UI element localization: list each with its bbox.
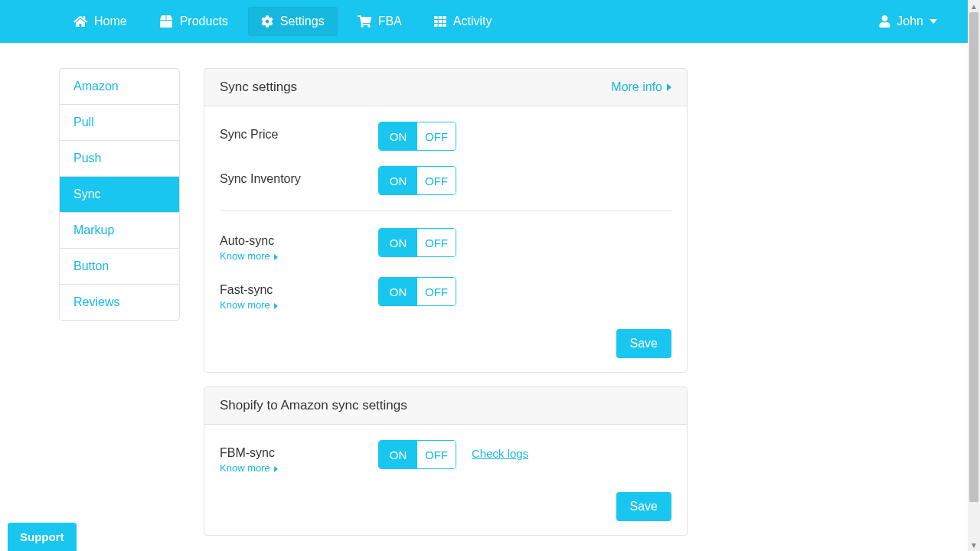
cart-icon	[358, 15, 371, 28]
user-name: John	[897, 15, 923, 28]
sidebar-item-reviews[interactable]: Reviews	[60, 285, 179, 320]
sidebar-item-sync[interactable]: Sync	[60, 177, 179, 213]
panel-shopify-amazon: Shopify to Amazon sync settings FBM-sync…	[204, 386, 688, 536]
save-button[interactable]: Save	[616, 329, 671, 358]
panel-body: Sync Price ON OFF Sync Inventory ON OFF	[204, 106, 687, 329]
top-nav: Home Products Settings FBA Activity	[0, 0, 968, 43]
sidebar: Amazon Pull Push Sync Markup Button Revi…	[59, 68, 180, 321]
panel-title: Shopify to Amazon sync settings	[220, 398, 407, 413]
nav-settings-label: Settings	[280, 15, 325, 28]
toggle-sync-price[interactable]: ON OFF	[378, 122, 456, 151]
toggle-fast-sync[interactable]: ON OFF	[378, 277, 456, 306]
panel-footer: Save	[204, 492, 687, 535]
nav-activity[interactable]: Activity	[422, 8, 505, 35]
label-sync-price: Sync Price	[220, 122, 378, 142]
panel-title: Sync settings	[220, 80, 297, 95]
check-logs-link[interactable]: Check logs	[472, 440, 528, 460]
nav-fba[interactable]: FBA	[345, 8, 414, 35]
list-icon	[434, 15, 446, 28]
divider	[220, 210, 671, 211]
sidebar-item-pull[interactable]: Pull	[60, 105, 179, 141]
toggle-auto-sync[interactable]: ON OFF	[378, 228, 456, 257]
know-more-auto-sync[interactable]: Know more	[220, 250, 378, 262]
label-fast-sync: Fast-sync Know more	[220, 277, 378, 311]
main-area: Amazon Pull Push Sync Markup Button Revi…	[0, 43, 968, 549]
label-fbm-sync: FBM-sync Know more	[220, 440, 378, 474]
know-more-fbm-sync[interactable]: Know more	[220, 462, 378, 474]
home-icon	[74, 15, 87, 28]
nav-home[interactable]: Home	[61, 8, 139, 35]
save-button[interactable]: Save	[616, 492, 671, 521]
toggle-fbm-sync[interactable]: ON OFF	[378, 440, 456, 469]
nav-fba-label: FBA	[378, 15, 402, 28]
caret-right-icon	[667, 83, 671, 91]
toggle-on[interactable]: ON	[379, 278, 417, 305]
panel-footer: Save	[204, 329, 687, 372]
nav-left: Home Products Settings FBA Activity	[61, 7, 511, 36]
user-menu[interactable]: John	[879, 15, 937, 28]
sidebar-item-button[interactable]: Button	[60, 249, 179, 285]
nav-activity-label: Activity	[453, 15, 492, 28]
caret-down-icon	[929, 19, 937, 24]
toggle-on[interactable]: ON	[379, 122, 417, 150]
toggle-sync-inventory[interactable]: ON OFF	[378, 166, 456, 195]
support-button[interactable]: Support	[8, 523, 77, 551]
nav-settings[interactable]: Settings	[248, 7, 338, 36]
toggle-off[interactable]: OFF	[417, 229, 456, 256]
panel-header: Sync settings More info	[204, 69, 687, 106]
label-auto-sync: Auto-sync Know more	[220, 228, 378, 262]
row-sync-price: Sync Price ON OFF	[220, 122, 671, 151]
box-icon	[159, 15, 173, 28]
row-sync-inventory: Sync Inventory ON OFF	[220, 166, 671, 195]
content: Sync settings More info Sync Price ON OF…	[204, 68, 688, 549]
nav-home-label: Home	[94, 15, 127, 28]
know-more-fast-sync[interactable]: Know more	[220, 299, 378, 311]
sidebar-item-markup[interactable]: Markup	[60, 213, 179, 249]
toggle-off[interactable]: OFF	[417, 122, 456, 150]
toggle-off[interactable]: OFF	[417, 278, 456, 305]
sidebar-item-amazon[interactable]: Amazon	[60, 69, 179, 105]
row-fbm-sync: FBM-sync Know more ON OFF Check logs	[220, 440, 671, 474]
gear-icon	[261, 15, 273, 28]
panel-sync-settings: Sync settings More info Sync Price ON OF…	[204, 68, 688, 373]
toggle-on[interactable]: ON	[379, 229, 417, 256]
user-icon	[879, 15, 890, 28]
toggle-on[interactable]: ON	[379, 167, 417, 194]
panel-body: FBM-sync Know more ON OFF Check logs	[204, 425, 687, 492]
label-sync-inventory: Sync Inventory	[220, 166, 378, 186]
row-auto-sync: Auto-sync Know more ON OFF	[220, 228, 671, 262]
more-info-link[interactable]: More info	[611, 80, 671, 94]
row-fast-sync: Fast-sync Know more ON OFF	[220, 277, 671, 311]
nav-products-label: Products	[180, 15, 228, 28]
sidebar-item-push[interactable]: Push	[60, 141, 179, 177]
panel-header: Shopify to Amazon sync settings	[204, 387, 687, 425]
nav-products[interactable]: Products	[147, 8, 240, 35]
toggle-off[interactable]: OFF	[417, 441, 456, 468]
toggle-on[interactable]: ON	[379, 441, 417, 468]
toggle-off[interactable]: OFF	[417, 167, 456, 194]
